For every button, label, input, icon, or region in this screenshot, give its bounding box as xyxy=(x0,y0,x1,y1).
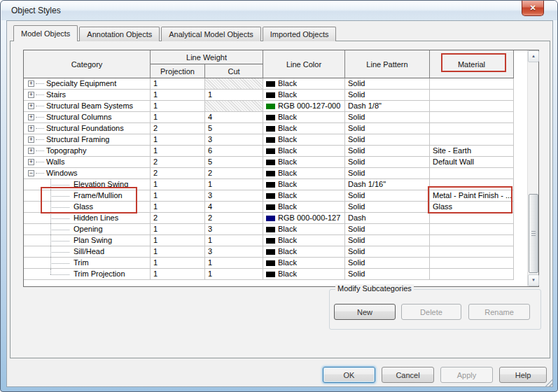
projection-cell[interactable]: 1 xyxy=(151,90,205,101)
new-button[interactable]: New xyxy=(334,304,396,320)
line-pattern-cell[interactable]: Solid xyxy=(345,157,430,168)
cut-cell[interactable]: 3 xyxy=(205,190,263,202)
expand-icon[interactable]: + xyxy=(28,114,34,120)
line-pattern-cell[interactable]: Solid xyxy=(345,168,430,179)
line-pattern-cell[interactable]: Solid xyxy=(345,202,430,213)
cut-cell[interactable]: 4 xyxy=(205,112,263,123)
category-cell[interactable]: Plan Swing xyxy=(24,235,151,246)
scroll-up-button[interactable]: ▲ xyxy=(528,50,539,62)
line-pattern-cell[interactable]: Solid xyxy=(345,146,430,157)
projection-cell[interactable]: 1 xyxy=(151,101,205,112)
projection-cell[interactable]: 2 xyxy=(151,157,205,168)
tab-analytical-model-objects[interactable]: Analytical Model Objects xyxy=(161,27,260,41)
material-cell[interactable] xyxy=(430,224,514,235)
projection-cell[interactable]: 1 xyxy=(151,78,205,90)
material-cell[interactable] xyxy=(430,168,514,179)
line-color-cell[interactable]: Black xyxy=(263,202,345,213)
table-row[interactable]: Plan Swing 1 1 Black Solid xyxy=(24,235,514,246)
projection-cell[interactable]: 1 xyxy=(151,224,205,235)
table-row[interactable]: Glass 1 4 Black Solid Glass xyxy=(24,202,514,213)
cut-cell[interactable]: 1 xyxy=(205,179,263,190)
expand-icon[interactable]: + xyxy=(28,103,34,109)
cut-cell[interactable]: 3 xyxy=(205,224,263,235)
expand-icon[interactable]: + xyxy=(28,80,34,87)
category-cell[interactable]: Opening xyxy=(24,224,151,235)
table-row[interactable]: + Walls 2 5 Black Solid Default Wall xyxy=(24,157,514,168)
line-pattern-cell[interactable]: Solid xyxy=(345,90,430,101)
line-color-cell[interactable]: Black xyxy=(263,146,345,157)
line-color-cell[interactable]: Black xyxy=(263,78,345,90)
material-cell[interactable] xyxy=(430,78,514,90)
line-pattern-cell[interactable]: Solid xyxy=(345,78,430,90)
cut-cell[interactable] xyxy=(205,101,263,112)
category-cell[interactable]: + Topography xyxy=(24,146,151,157)
material-cell[interactable] xyxy=(430,101,514,112)
cut-cell[interactable]: 3 xyxy=(205,246,263,258)
expand-icon[interactable]: + xyxy=(28,148,34,154)
material-cell[interactable]: Site - Earth xyxy=(430,146,514,157)
table-row[interactable]: + Specialty Equipment 1 Black Solid xyxy=(24,78,514,90)
line-pattern-cell[interactable]: Solid xyxy=(345,112,430,123)
line-color-cell[interactable]: Black xyxy=(263,179,345,190)
table-row[interactable]: + Structural Beam Systems 1 RGB 000-127-… xyxy=(24,101,514,112)
projection-cell[interactable]: 2 xyxy=(151,168,205,179)
vertical-scrollbar[interactable]: ▲ ▼ xyxy=(527,50,538,286)
category-cell[interactable]: + Walls xyxy=(24,157,151,168)
table-row[interactable]: Hidden Lines 2 2 RGB 000-000-127 Dash xyxy=(24,213,514,224)
table-row[interactable]: Trim Projection 1 1 Black Solid xyxy=(24,269,514,280)
line-pattern-cell[interactable]: Dash xyxy=(345,213,430,224)
cut-cell[interactable]: 3 xyxy=(205,134,263,146)
line-pattern-cell[interactable]: Solid xyxy=(345,123,430,134)
material-cell[interactable] xyxy=(430,213,514,224)
material-cell[interactable] xyxy=(430,246,514,258)
category-cell[interactable]: + Structural Framing xyxy=(24,134,151,146)
cancel-button[interactable]: Cancel xyxy=(382,367,434,383)
material-cell[interactable] xyxy=(430,123,514,134)
help-button[interactable]: Help xyxy=(499,367,547,383)
projection-cell[interactable]: 1 xyxy=(151,258,205,269)
line-color-cell[interactable]: Black xyxy=(263,168,345,179)
table-row[interactable]: + Topography 1 6 Black Solid Site - Eart… xyxy=(24,146,514,157)
line-color-cell[interactable]: Black xyxy=(263,90,345,101)
tab-model-objects[interactable]: Model Objects xyxy=(13,25,78,41)
cut-cell[interactable]: 1 xyxy=(205,258,263,269)
projection-cell[interactable]: 1 xyxy=(151,246,205,258)
line-pattern-cell[interactable]: Solid xyxy=(345,190,430,202)
category-cell[interactable]: Trim Projection xyxy=(24,269,151,280)
expand-icon[interactable]: + xyxy=(28,92,34,98)
projection-cell[interactable]: 2 xyxy=(151,213,205,224)
material-cell[interactable]: Default Wall xyxy=(430,157,514,168)
table-row[interactable]: Opening 1 3 Black Solid xyxy=(24,224,514,235)
material-cell[interactable] xyxy=(430,90,514,101)
table-row[interactable]: + Structural Framing 1 3 Black Solid xyxy=(24,134,514,146)
title-bar[interactable]: Object Styles xyxy=(1,1,557,20)
line-color-cell[interactable]: Black xyxy=(263,134,345,146)
material-cell[interactable] xyxy=(430,235,514,246)
cut-cell[interactable]: 1 xyxy=(205,90,263,101)
cut-cell[interactable] xyxy=(205,78,263,90)
material-cell[interactable] xyxy=(430,269,514,280)
cut-cell[interactable]: 2 xyxy=(205,213,263,224)
cut-cell[interactable]: 2 xyxy=(205,168,263,179)
line-pattern-cell[interactable]: Solid xyxy=(345,269,430,280)
cut-cell[interactable]: 4 xyxy=(205,202,263,213)
table-row[interactable]: Sill/Head 1 3 Black Solid xyxy=(24,246,514,258)
scrollbar-thumb[interactable] xyxy=(529,194,538,273)
category-cell[interactable]: + Structural Foundations xyxy=(24,123,151,134)
table-row[interactable]: + Stairs 1 1 Black Solid xyxy=(24,90,514,101)
table-row[interactable]: Trim 1 1 Black Solid xyxy=(24,258,514,269)
table-row[interactable]: Elevation Swing 1 1 Black Dash 1/16" xyxy=(24,179,514,190)
material-cell[interactable]: Glass xyxy=(430,202,514,213)
projection-cell[interactable]: 1 xyxy=(151,112,205,123)
line-color-cell[interactable]: Black xyxy=(263,123,345,134)
line-color-cell[interactable]: Black xyxy=(263,246,345,258)
scroll-down-button[interactable]: ▼ xyxy=(528,274,539,286)
category-cell[interactable]: Elevation Swing xyxy=(24,179,151,190)
projection-cell[interactable]: 1 xyxy=(151,134,205,146)
cut-cell[interactable]: 1 xyxy=(205,235,263,246)
line-pattern-cell[interactable]: Dash 1/8" xyxy=(345,101,430,112)
material-cell[interactable] xyxy=(430,258,514,269)
close-button[interactable]: ✕ xyxy=(522,1,544,16)
tab-imported-objects[interactable]: Imported Objects xyxy=(263,27,337,41)
table-row[interactable]: + Structural Columns 1 4 Black Solid xyxy=(24,112,514,123)
